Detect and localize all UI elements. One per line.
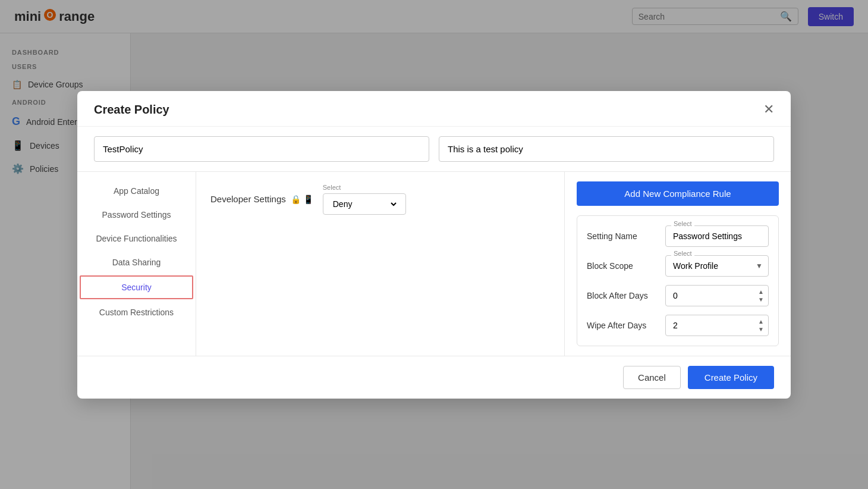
wipe-after-days-row: Wipe After Days ▲ ▼ (587, 315, 769, 336)
setting-name-floating-label: Select (671, 220, 694, 227)
add-compliance-rule-button[interactable]: Add New Compliance Rule (577, 181, 779, 206)
wipe-after-days-label: Wipe After Days (587, 321, 658, 330)
developer-settings-select[interactable]: Deny Allow (331, 199, 398, 209)
block-scope-floating-label: Select (671, 250, 694, 257)
phone-icon: 📱 (303, 195, 313, 204)
lock-icon: 🔒 (291, 195, 301, 204)
modal-title: Create Policy (94, 103, 169, 117)
developer-settings-title: Developer Settings 🔒 📱 (210, 194, 313, 204)
developer-settings-select-label: Select (323, 184, 406, 191)
modal-right-panel: Add New Compliance Rule Setting Name Sel… (565, 172, 791, 356)
compliance-form: Setting Name Select Block Scope Select W… (577, 215, 779, 346)
wipe-after-days-input[interactable] (665, 315, 769, 336)
block-after-days-spinners: ▲ ▼ (757, 288, 765, 303)
nav-item-password-settings[interactable]: Password Settings (77, 203, 196, 227)
nav-item-device-functionalities[interactable]: Device Functionalities (77, 227, 196, 250)
block-scope-label: Block Scope (587, 261, 658, 271)
nav-item-security[interactable]: Security (80, 275, 193, 299)
setting-name-input[interactable] (665, 225, 769, 247)
setting-name-label: Setting Name (587, 231, 658, 241)
cancel-button[interactable]: Cancel (623, 366, 681, 389)
wipe-after-days-wrap: ▲ ▼ (665, 315, 769, 336)
block-after-days-label: Block After Days (587, 291, 658, 300)
modal-inputs-row (77, 127, 791, 171)
block-after-days-row: Block After Days ▲ ▼ (587, 285, 769, 306)
modal-center-panel: Developer Settings 🔒 📱 Select Deny Allow (196, 172, 565, 356)
setting-name-row: Setting Name Select (587, 225, 769, 247)
create-policy-modal: Create Policy ✕ App Catalog Password Set… (77, 91, 791, 399)
wipe-after-days-down[interactable]: ▼ (757, 325, 765, 333)
nav-item-data-sharing[interactable]: Data Sharing (77, 250, 196, 274)
policy-description-input[interactable] (439, 136, 774, 162)
block-after-days-down[interactable]: ▼ (757, 296, 765, 303)
policy-name-input[interactable] (94, 136, 429, 162)
block-after-days-input[interactable] (665, 285, 769, 306)
block-scope-row: Block Scope Select Work Profile Device B… (587, 255, 769, 277)
setting-name-field-wrap: Select (665, 225, 769, 247)
block-scope-select[interactable]: Work Profile Device Both (665, 255, 769, 277)
block-after-days-wrap: ▲ ▼ (665, 285, 769, 306)
developer-settings-select-wrap: Select Deny Allow (323, 184, 406, 215)
modal-header: Create Policy ✕ (77, 91, 791, 127)
create-policy-button[interactable]: Create Policy (688, 366, 774, 389)
modal-nav: App Catalog Password Settings Device Fun… (77, 172, 196, 356)
modal-overlay: Create Policy ✕ App Catalog Password Set… (0, 0, 868, 489)
developer-settings-label: Developer Settings (210, 194, 286, 204)
modal-close-button[interactable]: ✕ (763, 103, 774, 116)
modal-footer: Cancel Create Policy (77, 356, 791, 399)
nav-item-custom-restrictions[interactable]: Custom Restrictions (77, 300, 196, 324)
developer-settings-icons: 🔒 📱 (291, 195, 313, 204)
developer-settings-dropdown[interactable]: Deny Allow (323, 193, 406, 215)
block-scope-field-wrap: Select Work Profile Device Both ▼ (665, 255, 769, 277)
developer-settings-row: Developer Settings 🔒 📱 Select Deny Allow (210, 184, 550, 215)
nav-item-app-catalog[interactable]: App Catalog (77, 179, 196, 203)
modal-body: App Catalog Password Settings Device Fun… (77, 171, 791, 356)
block-after-days-up[interactable]: ▲ (757, 288, 765, 295)
wipe-after-days-spinners: ▲ ▼ (757, 318, 765, 333)
wipe-after-days-up[interactable]: ▲ (757, 318, 765, 325)
